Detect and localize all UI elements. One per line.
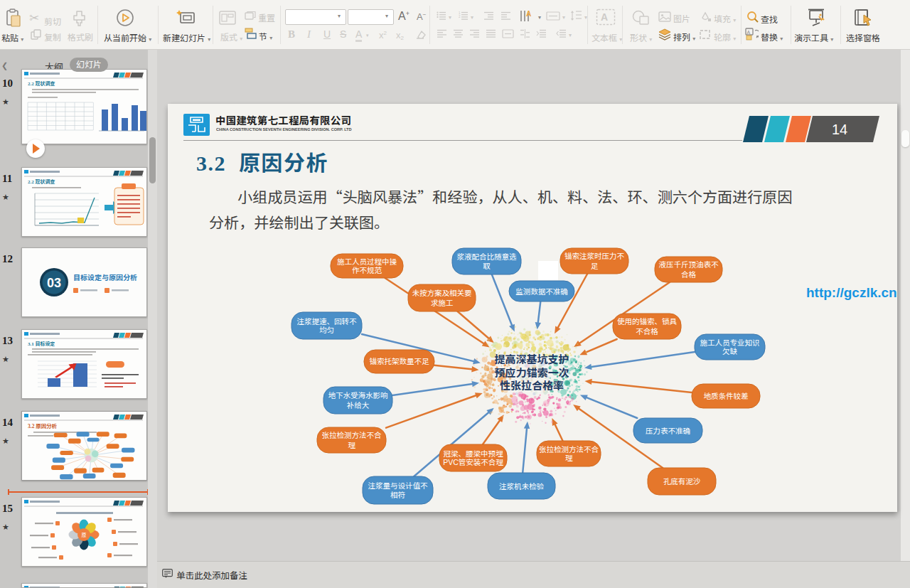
svg-text:张拉检测方法不合: 张拉检测方法不合 <box>322 429 382 440</box>
svg-text:理: 理 <box>348 439 355 450</box>
svg-text:锚索注浆时压力不: 锚索注浆时压力不 <box>564 250 624 261</box>
svg-text:使用的锚索、锁具: 使用的锚索、锁具 <box>617 316 677 326</box>
svg-text:监测数据不准确: 监测数据不准确 <box>515 286 568 296</box>
svg-text:A: A <box>747 30 751 35</box>
svg-text:求施工: 求施工 <box>431 297 454 308</box>
svg-text:03: 03 <box>47 276 61 290</box>
svg-text:相符: 相符 <box>390 489 405 500</box>
svg-text:2.2 现状调查: 2.2 现状调查 <box>28 80 55 87</box>
svg-text:原: 原 <box>82 533 87 538</box>
svg-text:性张拉合格率: 性张拉合格率 <box>500 378 564 392</box>
svg-text:未按方案及相关要: 未按方案及相关要 <box>412 287 472 298</box>
svg-text:2.2 现状调查: 2.2 现状调查 <box>28 178 55 185</box>
svg-text:锚索托架数量不足: 锚索托架数量不足 <box>370 356 429 366</box>
svg-text:PVC管安装不合理: PVC管安装不合理 <box>443 456 503 467</box>
svg-text:A: A <box>526 10 531 18</box>
svg-text:合格: 合格 <box>681 269 696 279</box>
svg-text:目标设定与原因分析: 目标设定与原因分析 <box>73 272 137 282</box>
svg-text:A: A <box>601 11 608 23</box>
svg-text:作不规范: 作不规范 <box>352 264 382 275</box>
svg-text:足: 足 <box>591 260 599 271</box>
svg-text:理: 理 <box>565 452 573 463</box>
svg-text:欠缺: 欠缺 <box>722 346 738 356</box>
svg-text:2: 2 <box>459 15 461 18</box>
svg-text:孔底有泥沙: 孔底有泥沙 <box>663 476 701 486</box>
svg-text:取: 取 <box>483 260 491 271</box>
svg-text:液压千斤顶油表不: 液压千斤顶油表不 <box>659 259 719 269</box>
svg-text:地质条件较差: 地质条件较差 <box>704 390 749 401</box>
svg-text:地下水受海水影响: 地下水受海水影响 <box>328 390 388 400</box>
svg-text:注浆机未检验: 注浆机未检验 <box>499 481 544 491</box>
svg-text:补给大: 补给大 <box>347 400 370 410</box>
svg-text:3.2 原因分析: 3.2 原因分析 <box>28 422 57 429</box>
svg-text:压力表不准确: 压力表不准确 <box>646 425 690 436</box>
svg-text:3.1 目标设定: 3.1 目标设定 <box>28 340 55 347</box>
svg-text:均匀: 均匀 <box>319 324 334 335</box>
svg-text:不合格: 不合格 <box>636 326 658 336</box>
